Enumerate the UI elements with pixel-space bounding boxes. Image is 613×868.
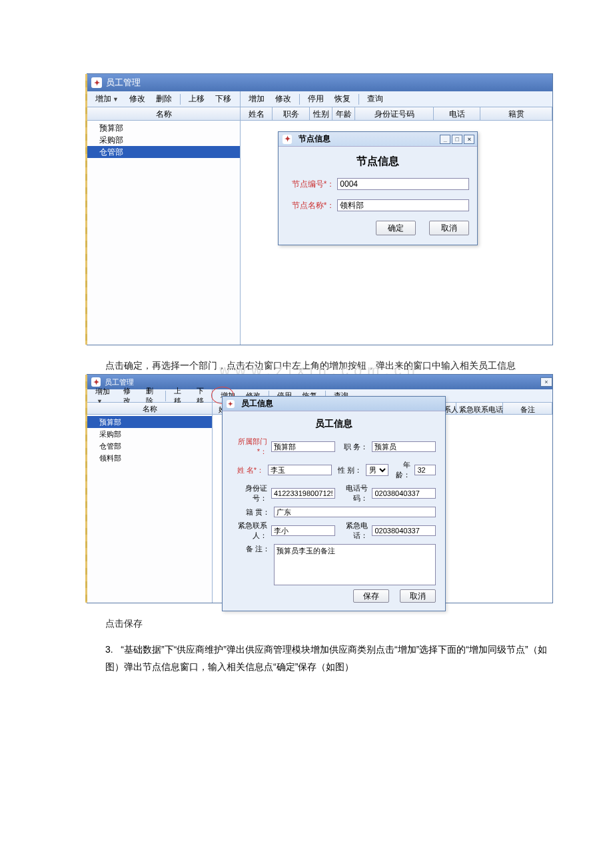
col-phone[interactable]: 电话 [434,107,480,120]
emcontact-row: 紧急联系人： 紧急电话： [232,521,436,541]
gender-label: 性 别： [336,465,362,475]
left-toolbar: 增加▼ 修改 删除 上移 下移 [87,389,212,403]
col-emphone[interactable]: 紧急联系电话 [456,403,503,414]
dialog-title: 节点信息 [299,134,330,143]
window-title: 员工管理 [106,77,141,89]
node-id-label: 节点编号*： [287,179,334,190]
department-tree: 预算部 采购部 仓管部 领料部 [87,415,212,603]
dialog-heading: 节点信息 [287,155,469,169]
remark-input[interactable] [274,544,436,585]
app-icon: ✦ [227,400,235,408]
emphone-input[interactable] [372,525,436,536]
remark-label: 备 注： [232,544,269,554]
employee-grid-panel: 增加 修改 停用 恢复 查询 姓名 职务 性别 年龄 身份证号码 电话 籍贯 [241,91,552,345]
node-name-row: 节点名称*： [287,199,469,211]
age-label: 年龄： [392,460,411,480]
save-button[interactable]: 保存 [353,589,389,603]
tree-header: 名称 [87,107,240,121]
minimize-icon[interactable]: _ [440,135,450,144]
position-input[interactable] [372,441,436,452]
close-icon[interactable]: × [540,377,552,387]
tree-item-material[interactable]: 领料部 [87,452,212,464]
tree-item-budget[interactable]: 预算部 [87,416,212,428]
dialog-body: 员工信息 所属部门*： 职 务： 姓 名*： 性 别： [223,411,445,611]
item3-num: 3. [105,644,113,655]
id-row: 身份证号： 电话号码： [232,483,436,503]
edit-button[interactable]: 修改 [125,93,149,105]
name-row: 姓 名*： 性 别： 男 年龄： [232,460,436,480]
remark-row: 备 注： [232,544,436,585]
col-age[interactable]: 年龄 [332,107,355,120]
move-down-button[interactable]: 下移 [211,93,235,105]
tree-header: 名称 [87,403,212,415]
col-position[interactable]: 职务 [273,107,310,120]
close-icon[interactable]: × [464,135,474,144]
department-panel: 增加▼ 修改 删除 上移 下移 名称 预算部 采购部 仓管部 领料部 [87,389,213,603]
emcontact-input[interactable] [271,525,335,536]
tree-item-purchase[interactable]: 采购部 [87,428,212,440]
window-controls: _ □ × [440,135,474,144]
window-titlebar: ✦ 员工管理 [87,74,552,91]
node-id-row: 节点编号*： [287,178,469,190]
dialog-titlebar[interactable]: ✦ 员工信息 [223,397,445,411]
name-input[interactable] [268,465,332,475]
app-icon: ✦ [91,77,102,88]
col-name[interactable]: 姓名 [241,107,273,120]
left-edge-decoration [85,375,87,603]
item3-text: “基础数据”下“供应商维护”弹出供应商管理模块增加供应商类别点击“增加”选择下面… [105,644,547,671]
dept-row: 所属部门*： 职 务： [232,437,436,457]
dialog-titlebar[interactable]: ✦ 节点信息 _ □ × [279,132,477,147]
emcontact-label: 紧急联系人： [232,521,267,541]
add-button[interactable]: 增加▼ [91,93,123,105]
delete-button[interactable]: 删除 [152,93,176,105]
move-up-button[interactable]: 上移 [185,93,209,105]
node-info-dialog: ✦ 节点信息 _ □ × 节点信息 节点编号*： [278,131,478,245]
restore-button[interactable]: 恢复 [330,93,354,105]
id-input[interactable] [271,488,335,499]
age-input[interactable] [414,465,436,475]
instruction-paragraph-2: 点击保存 [105,615,553,632]
department-tree: 预算部 采购部 仓管部 [87,121,240,345]
phone-input[interactable] [372,488,436,499]
tree-item-warehouse[interactable]: 仓管部 [87,440,212,452]
origin-label: 籍 贯： [232,507,269,517]
search-button[interactable]: 查询 [363,93,387,105]
edit-employee-button[interactable]: 修改 [271,93,295,105]
cancel-button[interactable]: 取消 [429,221,469,235]
separator [165,391,166,401]
employee-mgmt-window-1: ✦ 员工管理 增加▼ 修改 删除 上移 下移 名称 预算部 采购部 仓管部 [87,73,553,345]
tree-item-purchase[interactable]: 采购部 [87,134,240,146]
app-body: 增加▼ 修改 删除 上移 下移 名称 预算部 采购部 仓管部 增加 [87,91,552,345]
app-icon: ✦ [283,135,292,144]
col-remark[interactable]: 备注 [503,403,552,414]
dept-input[interactable] [271,441,335,452]
node-name-input[interactable] [337,199,469,211]
col-idno[interactable]: 身份证号码 [355,107,434,120]
app-icon: ✦ [91,377,101,387]
dialog-heading: 员工信息 [232,418,436,430]
dialog-body: 节点信息 节点编号*： 节点名称*： 确定 取消 [279,147,477,245]
tree-item-budget[interactable]: 预算部 [87,122,240,134]
dialog-buttons: 确定 取消 [287,221,469,235]
dept-label: 所属部门*： [232,437,267,457]
maximize-icon[interactable]: □ [452,135,462,144]
emphone-label: 紧急电话： [339,521,368,541]
grid-header-row: 姓名 职务 性别 年龄 身份证号码 电话 籍贯 [241,107,552,121]
id-label: 身份证号： [232,483,267,503]
col-gender[interactable]: 性别 [310,107,332,120]
gender-select[interactable]: 男 [366,464,388,476]
tree-item-warehouse[interactable]: 仓管部 [87,146,240,158]
disable-button[interactable]: 停用 [304,93,328,105]
origin-row: 籍 贯： [232,507,436,517]
dialog-title: 员工信息 [241,399,273,408]
cancel-button[interactable]: 取消 [400,589,436,603]
separator [358,94,359,105]
col-origin[interactable]: 籍贯 [480,107,552,120]
origin-input[interactable] [274,507,436,517]
instruction-item-3: 3. “基础数据”下“供应商维护”弹出供应商管理模块增加供应商类别点击“增加”选… [105,641,553,675]
node-name-label: 节点名称*： [287,200,334,211]
add-employee-button[interactable]: 增加 [245,93,269,105]
chevron-down-icon: ▼ [113,96,119,103]
ok-button[interactable]: 确定 [376,221,416,235]
node-id-input[interactable] [337,178,469,190]
